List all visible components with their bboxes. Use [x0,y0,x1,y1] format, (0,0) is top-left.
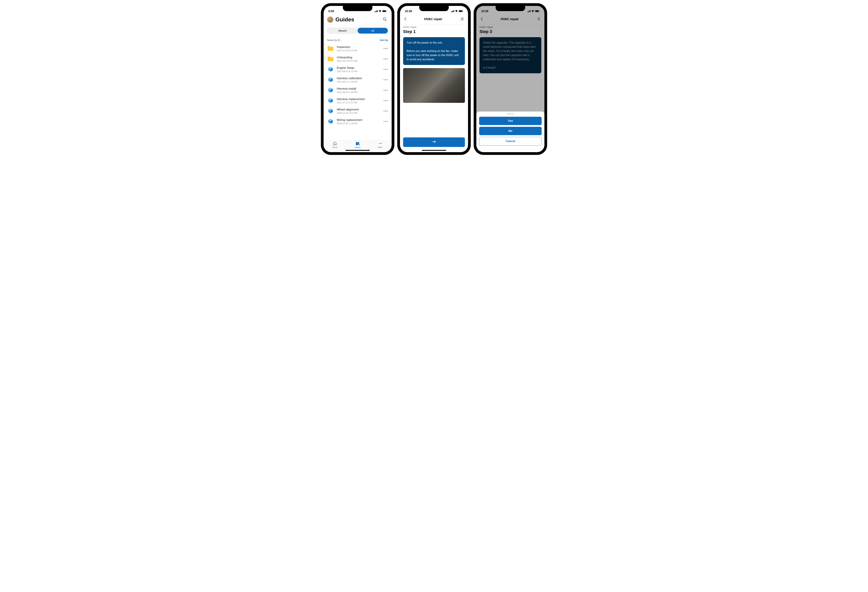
item-subtitle: 2021-11-19 6:13 AM [337,49,381,52]
step-list-button[interactable]: 123 [459,16,465,22]
battery-icon [459,10,463,13]
notch [496,6,525,11]
tab-library[interactable]: Library [346,142,369,148]
sheet-handle[interactable] [507,114,514,114]
sort-row: Name (A-Z) ↓ Sort by [323,36,392,43]
item-more-button[interactable]: ••• [384,67,388,71]
avatar[interactable] [327,16,333,23]
signal-icon [451,10,454,13]
status-icons [451,10,463,13]
home-indicator[interactable] [345,150,370,151]
item-subtitle: 2021-08-12 1:18 PM [337,80,381,83]
tab-home[interactable]: Home [323,142,346,148]
svg-rect-5 [382,10,386,12]
step-instruction-card: Turn off the power to the unit. Before y… [403,37,465,65]
item-more-button[interactable]: ••• [384,109,388,113]
screen-step3: 10:28 HVAC repair HVAC repair Step 3 Che… [476,6,545,152]
svg-rect-1 [375,11,376,12]
search-icon [383,19,387,22]
item-more-button[interactable]: ••• [384,47,388,50]
list-item[interactable]: Engine Swap2021-09-21 6:13 AM••• [323,64,392,74]
guide-icon [327,97,334,104]
item-body: Onboarding2021-05-19 6:37 AM [337,56,381,62]
item-title: Harness calibration [337,77,381,80]
item-title: Inspection [337,45,381,49]
arrow-right-icon [432,140,436,144]
list-item[interactable]: Harness install2021-08-03 1:38 PM••• [323,85,392,95]
wifi-icon [455,10,458,13]
home-indicator[interactable] [422,150,446,151]
step-header: HVAC repair 123 [400,14,468,24]
item-subtitle: 2021-08-03 1:38 PM [337,91,381,93]
list-item[interactable]: Wheel alignment2020-12-03 3:32 PM••• [323,106,392,116]
item-title: Onboarding [337,56,381,59]
sheet-no-button[interactable]: No [479,127,542,135]
list-item[interactable]: Harness replacement2021-07-12 4:12 PM••• [323,95,392,106]
phone-frame-3: 10:28 HVAC repair HVAC repair Step 3 Che… [474,3,547,155]
search-button[interactable] [382,16,388,23]
guide-icon [327,118,334,125]
step-content[interactable]: HVAC repair Step 1 Turn off the power to… [400,24,468,138]
item-more-button[interactable]: ••• [384,120,388,123]
status-icons [375,10,387,13]
item-subtitle: 2021-09-21 6:13 AM [337,70,381,73]
item-subtitle: 2021-05-19 6:37 AM [337,59,381,62]
page-title: Guides [335,16,379,23]
wifi-icon [379,10,381,13]
signal-icon [375,10,378,13]
item-more-button[interactable]: ••• [384,99,388,103]
item-title: Harness install [337,87,381,90]
chevron-left-icon [404,19,407,21]
back-button[interactable] [403,16,407,22]
next-button[interactable] [403,138,465,147]
svg-rect-9 [356,142,357,145]
divider [323,25,392,25]
notch [343,6,372,11]
home-icon [333,143,337,146]
guides-list[interactable]: Inspection2021-11-19 6:13 AM•••Onboardin… [323,43,392,141]
item-body: Wheel alignment2020-12-03 3:32 PM [337,108,381,114]
step-image[interactable] [403,68,465,103]
svg-point-7 [383,18,386,20]
list-item[interactable]: Onboarding2021-05-19 6:37 AM••• [323,54,392,64]
screen-library: 6:50 Guides [323,6,392,152]
item-more-button[interactable]: ••• [384,78,388,82]
segment-recent[interactable]: Recent [328,28,357,34]
svg-rect-10 [357,142,358,145]
sheet-cancel-button[interactable]: Cancel [479,137,542,145]
svg-point-11 [379,143,380,144]
svg-point-12 [380,143,381,144]
notch [419,6,449,11]
guide-icon [327,76,334,83]
item-title: Wiring replacement [337,118,381,122]
svg-rect-16 [453,10,453,12]
tab-more[interactable]: More [369,142,392,148]
list-item[interactable]: Wiring replacement2020-12-05 1:18 PM••• [323,116,392,127]
item-subtitle: 2021-07-12 4:12 PM [337,101,381,104]
item-title: Wheel alignment [337,108,381,111]
list-item[interactable]: Inspection2021-11-19 6:13 AM••• [323,43,392,54]
svg-rect-14 [451,12,452,12]
header-title: HVAC repair [424,17,443,21]
sheet-yes-button[interactable]: Yes [479,117,542,125]
sort-label: Name (A-Z) ↓ [327,39,342,41]
step-title: Step 1 [403,29,465,34]
svg-rect-2 [376,10,377,12]
battery-icon [382,10,387,13]
screen-step1: 10:28 HVAC repair 123 HVAC repair Step 1… [400,6,468,152]
step-list-icon: 123 [460,19,464,21]
item-subtitle: 2020-12-03 3:32 PM [337,112,381,114]
item-more-button[interactable]: ••• [384,57,388,61]
svg-text:3: 3 [460,20,461,21]
item-more-button[interactable]: ••• [384,88,388,92]
phone-frame-1: 6:50 Guides [321,3,394,155]
list-item[interactable]: Harness calibration2021-08-12 1:18 PM••• [323,74,392,85]
svg-rect-20 [463,11,463,12]
svg-line-8 [385,20,387,21]
item-subtitle: 2020-12-05 1:18 PM [337,122,381,125]
folder-icon [327,45,334,52]
sort-by-button[interactable]: Sort by [380,39,388,41]
segment-all[interactable]: All [357,28,388,34]
item-title: Harness replacement [337,98,381,101]
guide-icon [327,108,334,114]
